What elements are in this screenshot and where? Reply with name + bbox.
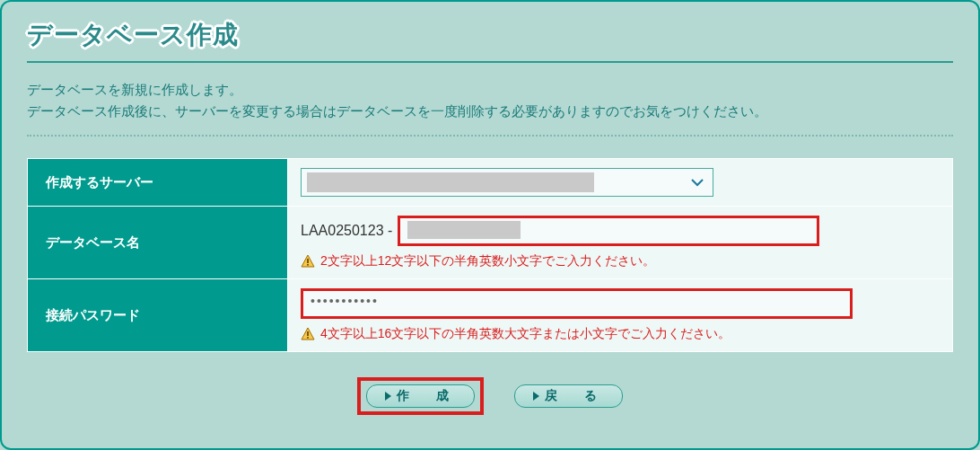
label-password: 接続パスワード [28, 279, 288, 352]
label-dbname: データベース名 [28, 207, 288, 279]
triangle-right-icon [385, 392, 391, 401]
dbname-line: LAA0250123 - [301, 216, 940, 246]
dbname-hint-row: 2文字以上12文字以下の半角英数小文字でご入力ください。 [301, 253, 940, 269]
intro-text: データベースを新規に作成します。 データベース作成後に、サーバーを変更する場合は… [27, 79, 953, 122]
cell-server [288, 159, 953, 207]
password-hint: 4文字以上16文字以下の半角英数大文字または小文字でご入力ください。 [320, 326, 731, 342]
dbname-input[interactable] [398, 216, 819, 246]
password-hint-row: 4文字以上16文字以下の半角英数大文字または小文字でご入力ください。 [301, 326, 940, 342]
title-rule [27, 61, 953, 63]
button-row: 作 成 戻 る [27, 377, 953, 415]
label-server: 作成するサーバー [28, 159, 288, 207]
create-button[interactable]: 作 成 [366, 384, 475, 408]
svg-rect-3 [307, 337, 309, 339]
create-button-highlight: 作 成 [357, 377, 484, 415]
page-title: データベース作成 [27, 18, 953, 52]
form-table: 作成するサーバー データベース名 LAA0250123 - [27, 158, 953, 352]
server-select[interactable] [301, 168, 713, 197]
svg-rect-2 [307, 331, 309, 336]
cell-dbname: LAA0250123 - 2文字以上12文字以下の半角英数小文字でご入力ください… [288, 207, 953, 279]
row-server: 作成するサーバー [28, 159, 953, 207]
divider-dashed [27, 135, 953, 137]
dbname-prefix: LAA0250123 - [301, 223, 392, 239]
intro-line-1: データベースを新規に作成します。 [27, 79, 953, 101]
password-input[interactable]: ••••••••••• [301, 288, 853, 319]
warning-icon [301, 327, 315, 341]
server-selected-redacted [307, 172, 594, 192]
create-button-label: 作 成 [397, 388, 456, 404]
dbname-value-redacted [407, 221, 521, 239]
database-create-panel: データベース作成 データベースを新規に作成します。 データベース作成後に、サーバ… [0, 0, 980, 450]
svg-rect-1 [307, 264, 309, 266]
back-button-label: 戻 る [545, 388, 604, 404]
intro-line-2: データベース作成後に、サーバーを変更する場合はデータベースを一度削除する必要があ… [27, 101, 953, 122]
svg-rect-0 [307, 259, 309, 263]
back-button[interactable]: 戻 る [514, 384, 623, 408]
row-dbname: データベース名 LAA0250123 - [28, 207, 953, 279]
cell-password: ••••••••••• 4文字以上16文字以下の半角英数大文字または小文字でご入… [288, 279, 953, 352]
chevron-down-icon [691, 175, 704, 190]
triangle-right-icon [533, 392, 539, 401]
dbname-hint: 2文字以上12文字以下の半角英数小文字でご入力ください。 [320, 253, 655, 269]
row-password: 接続パスワード ••••••••••• 4文字以上16文字以下の半角英数大文字ま… [28, 279, 953, 352]
warning-icon [301, 254, 315, 269]
